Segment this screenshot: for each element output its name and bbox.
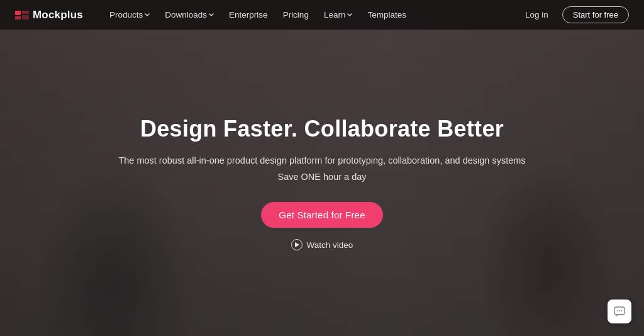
svg-rect-3 (22, 15, 29, 20)
nav-links: Products Downloads Enterprise Pricing Le… (103, 8, 520, 22)
svg-point-7 (621, 310, 622, 311)
chevron-down-icon (145, 13, 150, 16)
get-started-button[interactable]: Get Started for Free (261, 202, 382, 228)
play-icon (291, 239, 303, 250)
nav-actions: Log in Start for free (520, 6, 629, 23)
hero-subtitle: The most robust all-in-one product desig… (118, 154, 525, 168)
nav-item-products[interactable]: Products (103, 8, 156, 22)
watch-video-label: Watch video (307, 240, 353, 250)
watch-video-link[interactable]: Watch video (291, 239, 353, 250)
chevron-down-icon (209, 13, 214, 16)
logo[interactable]: Mockplus (15, 9, 83, 21)
play-triangle (295, 242, 299, 247)
logo-icon (15, 10, 29, 20)
login-button[interactable]: Log in (520, 8, 553, 22)
svg-rect-2 (22, 11, 29, 14)
nav-item-downloads[interactable]: Downloads (158, 8, 220, 22)
hero-title: Design Faster. Collaborate Better (140, 115, 504, 142)
svg-rect-1 (15, 16, 21, 20)
navbar: Mockplus Products Downloads Enterprise P… (0, 0, 644, 30)
chat-icon (613, 305, 626, 318)
hero-tagline: Save ONE hour a day (277, 172, 366, 182)
svg-point-5 (617, 310, 618, 311)
svg-point-6 (619, 310, 620, 311)
nav-item-templates[interactable]: Templates (361, 8, 413, 22)
logo-text: Mockplus (33, 9, 83, 21)
nav-item-pricing[interactable]: Pricing (277, 8, 315, 22)
nav-item-enterprise[interactable]: Enterprise (223, 8, 274, 22)
hero-section: Design Faster. Collaborate Better The mo… (0, 30, 644, 336)
start-for-free-button[interactable]: Start for free (562, 6, 629, 23)
nav-item-learn[interactable]: Learn (318, 8, 359, 22)
svg-rect-0 (15, 11, 21, 15)
chat-widget[interactable] (608, 300, 631, 323)
chevron-down-icon (347, 13, 352, 16)
